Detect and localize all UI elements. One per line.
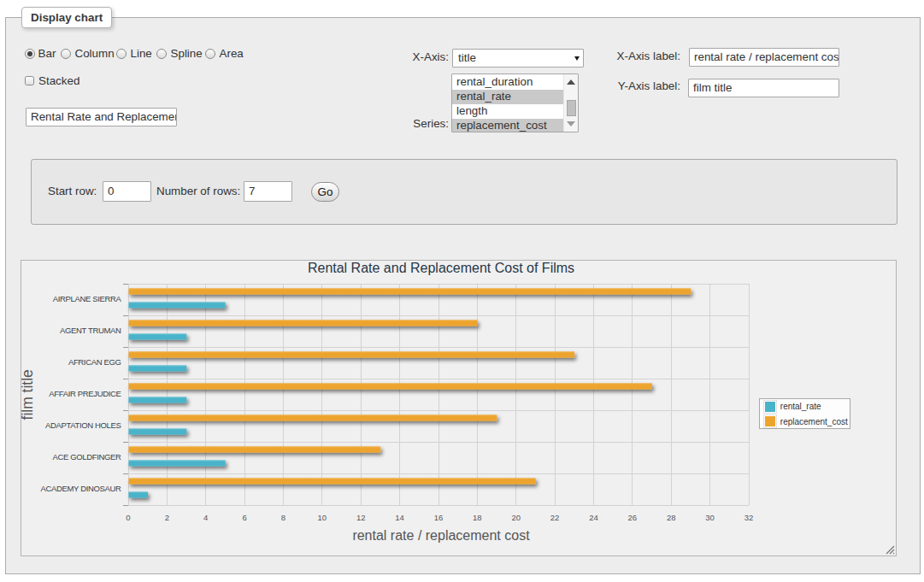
svg-text:28: 28 bbox=[667, 513, 676, 522]
svg-text:film title: film title bbox=[21, 369, 37, 420]
svg-text:10: 10 bbox=[318, 513, 327, 522]
svg-text:20: 20 bbox=[511, 513, 521, 522]
svg-text:ACADEMY DINOSAUR: ACADEMY DINOSAUR bbox=[41, 484, 121, 493]
svg-text:ADAPTATION HOLES: ADAPTATION HOLES bbox=[45, 420, 121, 430]
svg-text:12: 12 bbox=[356, 513, 366, 522]
svg-text:AFRICAN EGG: AFRICAN EGG bbox=[68, 357, 121, 367]
svg-text:26: 26 bbox=[628, 513, 638, 522]
svg-text:AIRPLANE SIERRA: AIRPLANE SIERRA bbox=[53, 294, 122, 303]
svg-text:2: 2 bbox=[165, 513, 169, 522]
svg-text:0: 0 bbox=[126, 513, 130, 522]
svg-text:32: 32 bbox=[744, 513, 754, 522]
svg-text:4: 4 bbox=[203, 513, 208, 522]
svg-text:AGENT TRUMAN: AGENT TRUMAN bbox=[60, 326, 121, 335]
svg-text:18: 18 bbox=[473, 513, 482, 522]
svg-text:rental rate / replacement cost: rental rate / replacement cost bbox=[352, 528, 530, 543]
svg-text:ACE GOLDFINGER: ACE GOLDFINGER bbox=[52, 452, 121, 461]
svg-text:Rental Rate and Replacement Co: Rental Rate and Replacement Cost of Film… bbox=[308, 261, 574, 275]
svg-text:8: 8 bbox=[281, 513, 285, 522]
svg-text:6: 6 bbox=[242, 513, 246, 522]
svg-text:22: 22 bbox=[550, 513, 560, 522]
svg-text:AFFAIR PREJUDICE: AFFAIR PREJUDICE bbox=[49, 389, 121, 398]
svg-text:rental_rate: rental_rate bbox=[780, 402, 821, 411]
svg-text:24: 24 bbox=[589, 513, 598, 522]
svg-text:16: 16 bbox=[434, 513, 444, 522]
svg-text:replacement_cost: replacement_cost bbox=[780, 417, 848, 426]
svg-text:30: 30 bbox=[705, 513, 715, 522]
svg-text:14: 14 bbox=[395, 513, 404, 522]
